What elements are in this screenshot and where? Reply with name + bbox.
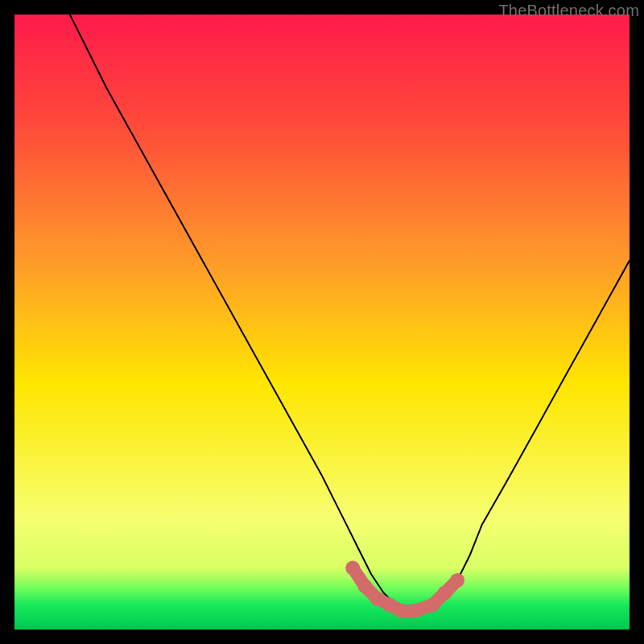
sweet-spot-point: [358, 580, 373, 594]
gradient-background: [14, 14, 630, 630]
source-credit: TheBottleneck.com: [498, 2, 639, 20]
sweet-spot-point: [450, 573, 464, 588]
sweet-spot-point: [438, 585, 452, 600]
sweet-spot-point: [407, 604, 422, 618]
sweet-spot-point: [345, 561, 360, 576]
sweet-spot-point: [394, 604, 409, 618]
sweet-spot-point: [382, 597, 397, 612]
chart-container: TheBottleneck.com: [0, 0, 644, 644]
bottleneck-plot: [14, 14, 630, 630]
sweet-spot-point: [426, 597, 440, 612]
